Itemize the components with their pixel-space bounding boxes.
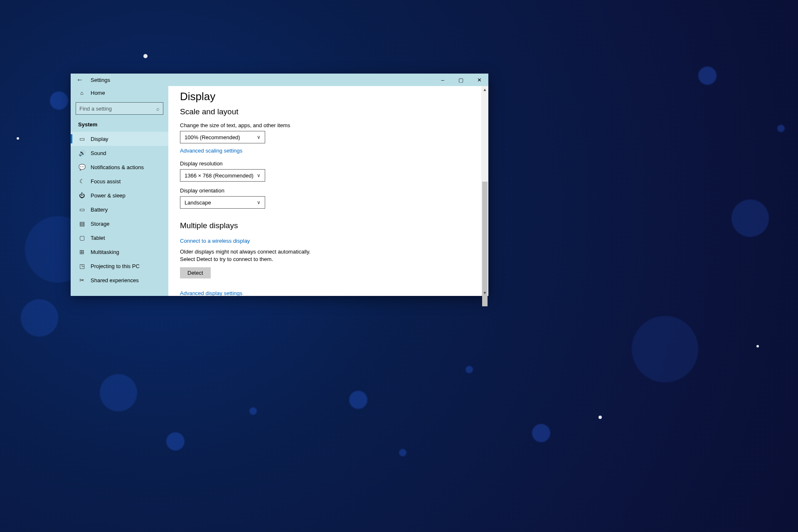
maximize-button[interactable]: ▢: [452, 74, 470, 86]
window-title: Settings: [91, 77, 110, 83]
detect-button[interactable]: Detect: [180, 267, 211, 278]
search-box[interactable]: ⌕: [76, 102, 163, 115]
sidebar: ⌂ Home ⌕ System ▭Display🔊Sound💬Notificat…: [71, 86, 168, 296]
sidebar-item-label: Power & sleep: [91, 192, 126, 199]
caption-buttons: – ▢ ✕: [433, 74, 488, 86]
display-icon: ▭: [78, 135, 86, 142]
projecting-icon: ◳: [78, 263, 86, 269]
nav-list: ▭Display🔊Sound💬Notifications & actions☾F…: [71, 132, 168, 287]
sidebar-item-battery[interactable]: ▭Battery: [71, 202, 168, 217]
scroll-thumb[interactable]: [482, 182, 488, 306]
settings-window: ← Settings – ▢ ✕ ⌂ Home ⌕ System ▭Displa…: [71, 74, 488, 296]
sidebar-item-label: Focus assist: [91, 178, 121, 185]
content-area: Display Scale and layout Change the size…: [168, 86, 488, 296]
home-label: Home: [91, 90, 105, 96]
scale-label: Change the size of text, apps, and other…: [180, 122, 470, 128]
sidebar-item-label: Tablet: [91, 235, 105, 241]
battery-icon: ▭: [78, 206, 86, 213]
scroll-down-button[interactable]: ▼: [481, 289, 488, 296]
tablet-icon: ▢: [78, 234, 86, 241]
sidebar-item-multitask[interactable]: ⊞Multitasking: [71, 245, 168, 259]
sidebar-item-label: Notifications & actions: [91, 164, 144, 170]
sidebar-item-label: Battery: [91, 207, 108, 213]
advanced-display-link[interactable]: Advanced display settings: [180, 290, 242, 296]
resolution-combo[interactable]: 1366 × 768 (Recommended) ∨: [180, 169, 265, 182]
back-button[interactable]: ←: [71, 74, 89, 86]
scroll-up-button[interactable]: ▲: [481, 86, 488, 93]
scale-value: 100% (Recommended): [185, 134, 240, 140]
focus-icon: ☾: [78, 178, 86, 185]
content-scroll: Display Scale and layout Change the size…: [168, 86, 481, 296]
multiple-displays-heading: Multiple displays: [180, 221, 470, 230]
sidebar-item-display[interactable]: ▭Display: [71, 132, 168, 146]
sidebar-item-projecting[interactable]: ◳Projecting to this PC: [71, 259, 168, 273]
sidebar-item-label: Sound: [91, 150, 106, 156]
close-button[interactable]: ✕: [470, 74, 488, 86]
sidebar-item-sound[interactable]: 🔊Sound: [71, 146, 168, 160]
chevron-down-icon: ∨: [257, 134, 261, 140]
sidebar-item-label: Shared experiences: [91, 277, 139, 283]
resolution-value: 1366 × 768 (Recommended): [185, 172, 254, 179]
page-title: Display: [180, 90, 470, 103]
sidebar-item-label: Projecting to this PC: [91, 263, 140, 269]
sidebar-item-label: Display: [91, 136, 108, 142]
sidebar-item-storage[interactable]: ▤Storage: [71, 217, 168, 231]
sound-icon: 🔊: [78, 150, 86, 156]
home-nav[interactable]: ⌂ Home: [71, 86, 168, 100]
sidebar-item-label: Storage: [91, 221, 110, 227]
scale-combo[interactable]: 100% (Recommended) ∨: [180, 131, 265, 143]
scrollbar[interactable]: ▲ ▼: [481, 86, 488, 296]
notifications-icon: 💬: [78, 164, 86, 170]
section-label: System: [71, 118, 168, 132]
chevron-down-icon: ∨: [257, 172, 261, 178]
sidebar-item-focus[interactable]: ☾Focus assist: [71, 174, 168, 188]
search-input[interactable]: [79, 106, 154, 112]
titlebar: ← Settings – ▢ ✕: [71, 74, 488, 86]
sidebar-item-tablet[interactable]: ▢Tablet: [71, 231, 168, 245]
connect-wireless-link[interactable]: Connect to a wireless display: [180, 238, 250, 244]
shared-icon: ✂: [78, 277, 86, 283]
power-icon: ⏻: [78, 192, 86, 199]
sidebar-item-notifications[interactable]: 💬Notifications & actions: [71, 160, 168, 174]
advanced-scaling-link[interactable]: Advanced scaling settings: [180, 148, 242, 154]
detect-help-text: Older displays might not always connect …: [180, 248, 321, 263]
sidebar-item-label: Multitasking: [91, 249, 119, 255]
home-icon: ⌂: [78, 90, 86, 96]
multitask-icon: ⊞: [78, 249, 86, 255]
minimize-button[interactable]: –: [433, 74, 452, 86]
resolution-label: Display resolution: [180, 160, 470, 167]
sidebar-item-power[interactable]: ⏻Power & sleep: [71, 188, 168, 202]
scale-heading: Scale and layout: [180, 107, 470, 116]
sidebar-item-shared[interactable]: ✂Shared experiences: [71, 273, 168, 287]
orientation-combo[interactable]: Landscape ∨: [180, 196, 265, 209]
storage-icon: ▤: [78, 220, 86, 227]
search-icon: ⌕: [156, 106, 160, 112]
orientation-value: Landscape: [185, 200, 211, 206]
orientation-label: Display orientation: [180, 187, 470, 194]
chevron-down-icon: ∨: [257, 200, 261, 205]
